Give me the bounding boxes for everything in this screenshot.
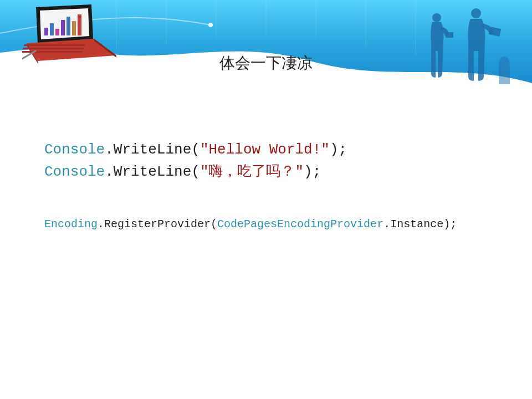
code1-l1-method: WriteLine [114, 141, 191, 158]
code2-close: ) [443, 218, 450, 231]
svg-rect-12 [55, 29, 59, 35]
code2-method: RegisterProvider [104, 218, 211, 231]
code1-l2-class: Console [44, 163, 105, 180]
code2-open: ( [211, 218, 217, 231]
code1-l2-method: WriteLine [114, 163, 191, 180]
svg-rect-15 [72, 21, 76, 35]
svg-point-24 [432, 13, 441, 22]
code1-l2-close: ) [304, 163, 313, 180]
code2-prop: Instance [390, 218, 443, 231]
code1-l2-semi: ; [313, 163, 321, 180]
svg-rect-13 [61, 20, 65, 35]
code-block-1: Console.WriteLine("Hellow World!"); Cons… [44, 139, 347, 183]
code1-l1-class: Console [44, 141, 105, 158]
code-block-2: Encoding.RegisterProvider(CodePagesEncod… [44, 216, 457, 233]
code1-l2-dot: . [105, 163, 114, 180]
slide-title: 体会一下凄凉 [0, 53, 532, 74]
svg-point-7 [208, 23, 213, 27]
code1-l1-close: ) [330, 141, 339, 158]
svg-rect-25 [446, 32, 453, 38]
code1-l1-open: ( [191, 141, 200, 158]
code1-l1-string: "Hellow World!" [200, 141, 330, 158]
svg-rect-11 [50, 23, 54, 35]
code2-class1: Encoding [44, 218, 98, 231]
svg-rect-27 [489, 27, 501, 37]
code2-dot2: . [383, 218, 390, 231]
svg-point-26 [471, 8, 481, 18]
code2-dot1: . [98, 218, 104, 231]
code2-class2: CodePagesEncodingProvider [217, 218, 383, 231]
svg-rect-21 [23, 48, 84, 49]
svg-rect-20 [24, 44, 85, 46]
slide: 体会一下凄凉 Console.WriteLine("Hellow World!"… [0, 0, 532, 399]
code1-l2-open: ( [191, 163, 200, 180]
svg-rect-14 [66, 17, 70, 35]
code2-semi: ; [450, 218, 457, 231]
code1-l1-dot: . [105, 141, 114, 158]
svg-rect-10 [44, 28, 48, 35]
code1-l2-string: "嗨，吃了吗？" [200, 163, 304, 180]
svg-rect-16 [78, 14, 81, 35]
code1-l1-semi: ; [339, 141, 347, 158]
